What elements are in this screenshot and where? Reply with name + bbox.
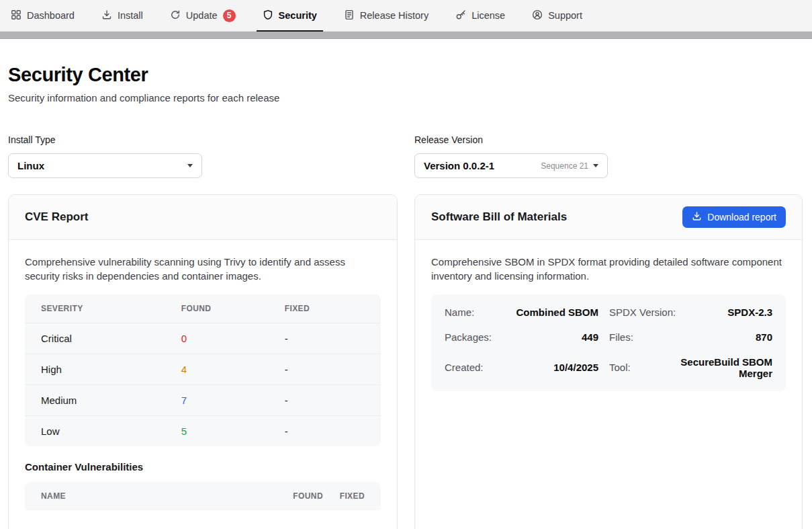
key-icon	[455, 9, 466, 22]
cve-card-title: CVE Report	[25, 210, 88, 224]
chevron-down-icon	[593, 164, 598, 167]
release-version-field: Release Version Version 0.0.2-1 Sequence…	[414, 134, 803, 178]
nav-label: Support	[548, 10, 582, 21]
nav-item-security[interactable]: Security	[263, 0, 317, 31]
cve-description: Comprehensive vulnerability scanning usi…	[25, 255, 381, 284]
report-cards: CVE Report Comprehensive vulnerability s…	[8, 194, 804, 529]
cve-card-body: Comprehensive vulnerability scanning usi…	[9, 240, 397, 526]
refresh-icon	[170, 9, 181, 22]
download-report-button[interactable]: Download report	[682, 206, 786, 228]
sbom-card-title: Software Bill of Materials	[431, 210, 567, 224]
detail-value: 10/4/2025	[504, 362, 598, 373]
fixed-count: -	[285, 425, 365, 437]
severity-table: SEVERITY FOUND FIXED Critical 0 - High 4…	[25, 294, 381, 446]
fixed-count: -	[285, 333, 365, 344]
nav-item-dashboard[interactable]: Dashboard	[11, 0, 75, 31]
col-fixed: FIXED	[285, 304, 365, 313]
nav-item-release-history[interactable]: Release History	[344, 0, 428, 31]
detail-value: Combined SBOM	[504, 307, 598, 318]
cve-card-header: CVE Report	[9, 195, 397, 240]
detail-label: Files:	[598, 331, 678, 343]
table-row: Critical 0 -	[25, 323, 381, 354]
nav-label: Update	[186, 10, 218, 21]
detail-label: SPDX Version:	[598, 307, 678, 318]
container-vulns-title: Container Vulnerabilities	[25, 461, 381, 473]
install-type-value: Linux	[17, 160, 44, 171]
detail-value: SPDX-2.3	[678, 307, 772, 318]
col-severity: SEVERITY	[41, 304, 181, 313]
shield-icon	[263, 9, 273, 22]
col-name: NAME	[41, 491, 264, 501]
detail-label: Name:	[445, 307, 504, 318]
main-content: Security Center Security information and…	[0, 64, 812, 529]
sbom-description: Comprehensive SBOM in SPDX format provid…	[431, 255, 786, 284]
page-subtitle: Security information and compliance repo…	[8, 92, 804, 104]
nav-item-update[interactable]: Update 5	[170, 0, 236, 31]
download-icon	[692, 211, 702, 223]
install-type-select[interactable]: Linux	[8, 153, 202, 178]
table-row: Low 5 -	[25, 415, 381, 446]
severity-label: Medium	[41, 395, 181, 406]
filters-row: Install Type Linux Release Version Versi…	[8, 134, 804, 178]
sbom-detail-row: Name: Combined SBOM SPDX Version: SPDX-2…	[445, 300, 772, 325]
table-row: High 4 -	[25, 354, 381, 384]
release-version-select[interactable]: Version 0.0.2-1 Sequence 21	[414, 153, 608, 178]
download-report-label: Download report	[707, 212, 776, 222]
detail-label: Created:	[445, 362, 504, 373]
fixed-count: -	[285, 364, 365, 375]
col-fixed: FIXED	[323, 491, 365, 501]
sbom-card-body: Comprehensive SBOM in SPDX format provid…	[415, 240, 802, 407]
sbom-details: Name: Combined SBOM SPDX Version: SPDX-2…	[431, 294, 786, 391]
download-icon	[101, 9, 112, 22]
support-icon	[532, 9, 543, 22]
found-count: 5	[181, 425, 285, 437]
nav-item-support[interactable]: Support	[532, 0, 582, 31]
found-count: 4	[181, 364, 285, 375]
install-type-field: Install Type Linux	[8, 134, 398, 178]
container-vulns-table-header: NAME FOUND FIXED	[25, 482, 381, 510]
sbom-detail-row: Created: 10/4/2025 Tool: SecureBuild SBO…	[445, 350, 772, 386]
severity-label: Low	[41, 425, 181, 437]
sequence-hint: Sequence 21	[541, 161, 588, 171]
detail-value: 449	[504, 331, 598, 343]
detail-value: SecureBuild SBOM Merger	[678, 356, 772, 379]
sbom-detail-row: Packages: 449 Files: 870	[445, 325, 772, 350]
detail-label: Packages:	[445, 331, 504, 343]
detail-value: 870	[678, 331, 772, 343]
update-count-badge: 5	[223, 9, 236, 22]
release-version-value: Version 0.0.2-1	[424, 160, 494, 171]
nav-label: Dashboard	[27, 10, 75, 21]
sbom-card-header: Software Bill of Materials Download repo…	[415, 195, 802, 240]
nav-label: Install	[118, 10, 143, 21]
col-found: FOUND	[181, 304, 285, 313]
col-found: FOUND	[264, 491, 323, 501]
page-title: Security Center	[8, 64, 804, 86]
detail-label: Tool:	[598, 362, 678, 373]
cve-report-card: CVE Report Comprehensive vulnerability s…	[8, 194, 398, 529]
grid-icon	[11, 9, 21, 22]
severity-label: High	[41, 364, 181, 375]
chevron-down-icon	[187, 164, 193, 167]
table-row: Medium 7 -	[25, 384, 381, 415]
sbom-card: Software Bill of Materials Download repo…	[414, 194, 803, 529]
nav-item-license[interactable]: License	[455, 0, 505, 31]
nav-label: License	[471, 10, 505, 21]
horizontal-scrollbar[interactable]	[0, 32, 812, 39]
release-version-label: Release Version	[414, 134, 803, 145]
found-count: 0	[181, 333, 285, 344]
severity-table-header: SEVERITY FOUND FIXED	[25, 294, 381, 323]
top-navigation: Dashboard Install Update 5 Security Rele…	[0, 0, 812, 32]
nav-label: Release History	[360, 10, 428, 21]
document-icon	[344, 9, 355, 22]
found-count: 7	[181, 395, 285, 406]
nav-item-install[interactable]: Install	[101, 0, 143, 31]
fixed-count: -	[285, 395, 365, 406]
severity-label: Critical	[41, 333, 181, 344]
nav-label: Security	[279, 10, 317, 21]
install-type-label: Install Type	[8, 134, 398, 145]
